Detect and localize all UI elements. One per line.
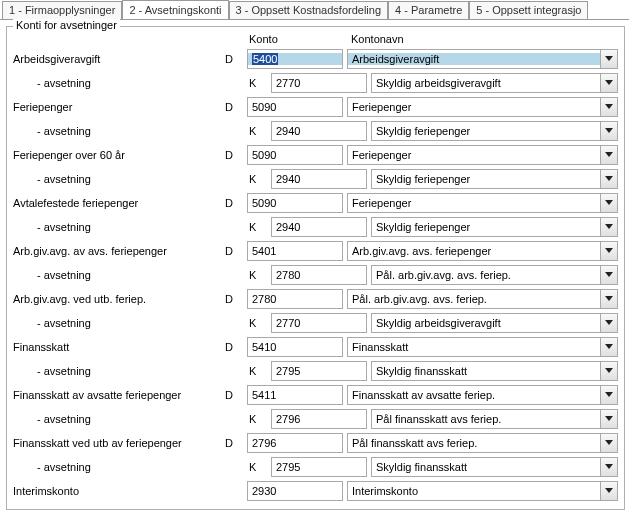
konto-input[interactable]: 5411 xyxy=(247,385,343,405)
kontonavn-select[interactable]: Skyldig arbeidsgiveravgift xyxy=(371,313,618,333)
konto-input[interactable]: 2795 xyxy=(271,457,367,477)
account-row: Finansskatt av avsatte feriepengerD5411F… xyxy=(13,383,618,407)
svg-marker-1 xyxy=(605,80,613,85)
svg-marker-6 xyxy=(605,200,613,205)
konto-input[interactable]: 2930 xyxy=(247,481,343,501)
konto-input[interactable]: 5090 xyxy=(247,145,343,165)
account-row: - avsetningK2780Pål. arb.giv.avg. avs. f… xyxy=(13,263,618,287)
konto-input[interactable]: 2796 xyxy=(247,433,343,453)
kontonavn-select[interactable]: Pål. arb.giv.avg. avs. feriep. xyxy=(371,265,618,285)
dropdown-button[interactable] xyxy=(600,482,617,500)
row-label: - avsetning xyxy=(13,317,249,329)
dropdown-button[interactable] xyxy=(600,338,617,356)
kontonavn-select[interactable]: Pål. arb.giv.avg. avs. feriep. xyxy=(347,289,618,309)
kontonavn-select[interactable]: Pål finansskatt avs feriep. xyxy=(347,433,618,453)
dropdown-button[interactable] xyxy=(600,170,617,188)
account-row: Arb.giv.avg. ved utb. feriep.D2780Pål. a… xyxy=(13,287,618,311)
row-label: Avtalefestede feriepenger xyxy=(13,197,225,209)
account-row: Feriepenger over 60 årD5090Feriepenger xyxy=(13,143,618,167)
debit-credit-indicator: D xyxy=(225,53,247,65)
kontonavn-select[interactable]: Interimskonto xyxy=(347,481,618,501)
dropdown-button[interactable] xyxy=(600,194,617,212)
svg-marker-13 xyxy=(605,368,613,373)
kontonavn-select[interactable]: Skyldig feriepenger xyxy=(371,121,618,141)
debit-credit-indicator: K xyxy=(249,173,271,185)
row-label: Arb.giv.avg. av avs. feriepenger xyxy=(13,245,225,257)
kontonavn-select[interactable]: Skyldig feriepenger xyxy=(371,169,618,189)
account-row: Finansskatt ved utb av feriepengerD2796P… xyxy=(13,431,618,455)
row-label: - avsetning xyxy=(13,77,249,89)
tab-1[interactable]: 1 - Firmaopplysninger xyxy=(2,1,122,20)
svg-marker-17 xyxy=(605,464,613,469)
debit-credit-indicator: D xyxy=(225,149,247,161)
kontonavn-select[interactable]: Arb.giv.avg. avs. feriepenger xyxy=(347,241,618,261)
kontonavn-select[interactable]: Finansskatt xyxy=(347,337,618,357)
konto-input[interactable]: 2940 xyxy=(271,217,367,237)
svg-marker-7 xyxy=(605,224,613,229)
svg-marker-4 xyxy=(605,152,613,157)
konto-input[interactable]: 5410 xyxy=(247,337,343,357)
kontonavn-select[interactable]: Feriepenger xyxy=(347,145,618,165)
dropdown-button[interactable] xyxy=(600,386,617,404)
row-label: Finansskatt xyxy=(13,341,225,353)
header-kontonavn: Kontonavn xyxy=(349,33,618,45)
dropdown-button[interactable] xyxy=(600,290,617,308)
konto-input[interactable]: 2940 xyxy=(271,121,367,141)
kontonavn-select[interactable]: Feriepenger xyxy=(347,97,618,117)
dropdown-button[interactable] xyxy=(600,146,617,164)
debit-credit-indicator: K xyxy=(249,269,271,281)
dropdown-button[interactable] xyxy=(600,458,617,476)
row-label: Arbeidsgiveravgift xyxy=(13,53,225,65)
tab-4[interactable]: 4 - Parametre xyxy=(388,1,469,20)
kontonavn-select[interactable]: Arbeidsgiveravgift xyxy=(347,49,618,69)
kontonavn-select[interactable]: Pål finansskatt avs feriep. xyxy=(371,409,618,429)
svg-marker-18 xyxy=(605,488,613,493)
dropdown-button[interactable] xyxy=(600,74,617,92)
konto-input[interactable]: 5401 xyxy=(247,241,343,261)
debit-credit-indicator: K xyxy=(249,317,271,329)
account-row: - avsetningK2796Pål finansskatt avs feri… xyxy=(13,407,618,431)
kontonavn-select[interactable]: Skyldig finansskatt xyxy=(371,361,618,381)
konto-input[interactable]: 2770 xyxy=(271,73,367,93)
dropdown-button[interactable] xyxy=(600,122,617,140)
tab-5[interactable]: 5 - Oppsett integrasjo xyxy=(469,1,588,20)
kontonavn-select[interactable]: Skyldig feriepenger xyxy=(371,217,618,237)
account-row: - avsetningK2770Skyldig arbeidsgiveravgi… xyxy=(13,311,618,335)
dropdown-button[interactable] xyxy=(600,218,617,236)
svg-marker-8 xyxy=(605,248,613,253)
dropdown-button[interactable] xyxy=(600,434,617,452)
row-label: - avsetning xyxy=(13,221,249,233)
debit-credit-indicator: K xyxy=(249,125,271,137)
konto-input[interactable]: 5400 xyxy=(247,49,343,69)
svg-marker-2 xyxy=(605,104,613,109)
debit-credit-indicator: K xyxy=(249,461,271,473)
dropdown-button[interactable] xyxy=(600,98,617,116)
konto-input[interactable]: 2770 xyxy=(271,313,367,333)
dropdown-button[interactable] xyxy=(600,410,617,428)
kontonavn-select[interactable]: Finansskatt av avsatte feriep. xyxy=(347,385,618,405)
debit-credit-indicator: K xyxy=(249,221,271,233)
account-row: FinansskattD5410Finansskatt xyxy=(13,335,618,359)
kontonavn-select[interactable]: Skyldig finansskatt xyxy=(371,457,618,477)
dropdown-button[interactable] xyxy=(600,266,617,284)
row-label: Interimskonto xyxy=(13,485,225,497)
dropdown-button[interactable] xyxy=(600,314,617,332)
svg-marker-11 xyxy=(605,320,613,325)
dropdown-button[interactable] xyxy=(600,242,617,260)
debit-credit-indicator: K xyxy=(249,413,271,425)
dropdown-button[interactable] xyxy=(600,362,617,380)
konto-input[interactable]: 5090 xyxy=(247,193,343,213)
konto-input[interactable]: 5090 xyxy=(247,97,343,117)
kontonavn-select[interactable]: Feriepenger xyxy=(347,193,618,213)
konto-input[interactable]: 2780 xyxy=(271,265,367,285)
tab-3[interactable]: 3 - Oppsett Kostnadsfordeling xyxy=(229,1,389,20)
account-row: FeriepengerD5090Feriepenger xyxy=(13,95,618,119)
kontonavn-select[interactable]: Skyldig arbeidsgiveravgift xyxy=(371,73,618,93)
tab-2[interactable]: 2 - Avsetningskonti xyxy=(122,0,228,19)
row-label: Finansskatt ved utb av feriepenger xyxy=(13,437,225,449)
dropdown-button[interactable] xyxy=(600,50,617,68)
konto-input[interactable]: 2940 xyxy=(271,169,367,189)
konto-input[interactable]: 2796 xyxy=(271,409,367,429)
konto-input[interactable]: 2795 xyxy=(271,361,367,381)
konto-input[interactable]: 2780 xyxy=(247,289,343,309)
